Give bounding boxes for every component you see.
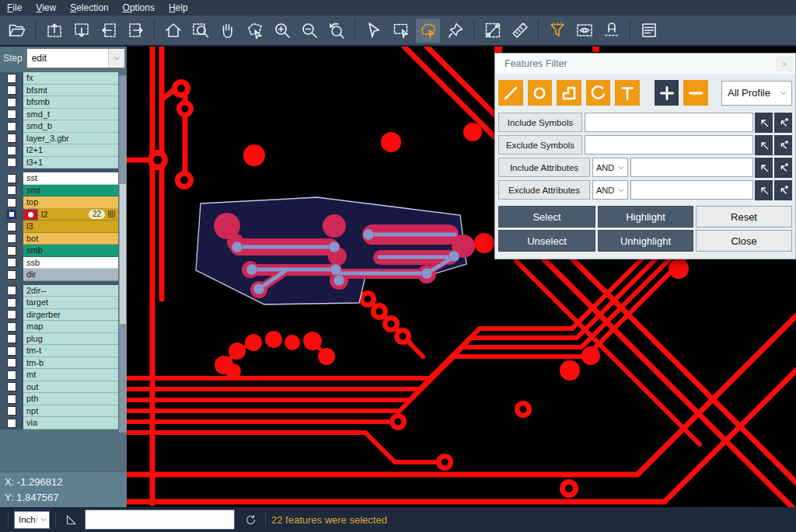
layer-checkbox[interactable]: [7, 395, 16, 404]
open-folder-button[interactable]: [5, 19, 29, 43]
profile-select[interactable]: All Profile: [721, 81, 792, 106]
layer-row-dirgerber[interactable]: dirgerber: [0, 309, 127, 322]
measure-ruler-button[interactable]: [508, 19, 532, 43]
add-from-graphic-button[interactable]: [774, 113, 792, 133]
step-select[interactable]: edit: [26, 48, 125, 68]
exclude-attributes-field[interactable]: [630, 180, 753, 200]
layer-name-bar[interactable]: pth: [23, 393, 118, 405]
layer-name-bar[interactable]: via: [23, 417, 118, 429]
layer-name-bar[interactable]: out: [23, 381, 118, 394]
layer-name-bar[interactable]: bfsmt: [23, 85, 118, 97]
include-symbols-field[interactable]: [585, 113, 753, 132]
layer-row-mt[interactable]: mt: [0, 369, 127, 381]
layer-name-bar[interactable]: map: [23, 321, 118, 333]
highlight-button[interactable]: Highlight: [598, 206, 693, 228]
layer-row-l3[interactable]: l3: [0, 221, 127, 233]
close-button[interactable]: Close: [696, 230, 792, 252]
line-feature-button[interactable]: [498, 80, 523, 106]
pan-hand-button[interactable]: [215, 19, 239, 43]
layer-row-smt[interactable]: smt: [0, 185, 127, 197]
exclude-symbols-label-button[interactable]: Exclude Symbols: [498, 135, 582, 155]
layer-checkbox[interactable]: [7, 246, 16, 256]
unhighlight-button[interactable]: Unhighlight: [598, 230, 693, 252]
layer-name-bar[interactable]: smt: [23, 185, 118, 197]
layer-checkbox[interactable]: [7, 146, 16, 155]
layer-row-ssb[interactable]: ssb: [0, 257, 127, 269]
zoom-window-button[interactable]: [188, 19, 212, 43]
layer-row-top[interactable]: top: [0, 196, 127, 209]
layer-checkbox[interactable]: [7, 122, 16, 131]
layer-name-bar[interactable]: tm-t: [23, 345, 118, 357]
layer-checkbox[interactable]: [7, 234, 16, 243]
layer-checkbox[interactable]: [7, 222, 16, 231]
include-symbols-label-button[interactable]: Include Symbols: [498, 113, 582, 132]
pan-left-button[interactable]: [96, 19, 120, 43]
select-from-graphic-button[interactable]: [755, 180, 773, 200]
pan-right-button[interactable]: [124, 19, 148, 43]
refresh-button[interactable]: [241, 510, 260, 529]
features-filter-button[interactable]: [545, 19, 569, 43]
select-rectangle-button[interactable]: [389, 19, 413, 43]
snap-mode-button[interactable]: [599, 19, 623, 43]
angle-measure-button[interactable]: [61, 510, 80, 529]
layer-row-dir[interactable]: dir: [0, 269, 127, 281]
select-from-graphic-button[interactable]: [755, 113, 773, 133]
exclude-attributes-operator-select[interactable]: AND: [592, 180, 628, 200]
layer-name-bar[interactable]: l222: [38, 209, 118, 221]
dialog-title-bar[interactable]: Features Filter: [495, 54, 795, 74]
layer-checkbox[interactable]: [7, 419, 16, 428]
layer-row-smd_t[interactable]: smd_t: [0, 109, 127, 121]
layer-name-bar[interactable]: npt: [23, 405, 118, 418]
text-feature-button[interactable]: [615, 80, 640, 106]
exclude-symbols-field[interactable]: [585, 135, 753, 155]
layer-name-bar[interactable]: sst: [23, 172, 118, 185]
units-select[interactable]: Inch: [14, 511, 50, 529]
layer-row-plug[interactable]: plug: [0, 333, 127, 346]
layer-checkbox[interactable]: [7, 298, 16, 308]
layer-name-bar[interactable]: ssb: [23, 257, 118, 269]
pad-feature-button[interactable]: [528, 80, 553, 106]
layer-row-l2[interactable]: l222: [0, 209, 127, 221]
layers-panel-button[interactable]: [637, 19, 661, 43]
include-attributes-operator-select[interactable]: AND: [592, 158, 628, 177]
layer-name-bar[interactable]: smd_t: [23, 109, 118, 121]
layer-checkbox[interactable]: [7, 286, 16, 295]
show-features-button[interactable]: [572, 19, 596, 43]
layer-name-bar[interactable]: mt: [23, 369, 118, 381]
layer-name-bar[interactable]: target: [23, 297, 118, 309]
layer-name-bar[interactable]: l2+1: [23, 144, 118, 157]
layer-checkbox[interactable]: [7, 198, 16, 207]
zoom-out-button[interactable]: [297, 19, 321, 43]
layer-checkbox[interactable]: [7, 134, 16, 143]
menu-item-file[interactable]: File: [0, 0, 29, 16]
layer-checkbox[interactable]: [7, 186, 16, 195]
layer-checkbox[interactable]: [7, 110, 16, 119]
layer-name-bar[interactable]: smd_b: [23, 120, 118, 133]
exclude-attributes-label-button[interactable]: Exclude Attributes: [498, 180, 590, 200]
layer-checkbox[interactable]: [7, 346, 16, 356]
include-attributes-field[interactable]: [630, 158, 753, 177]
layer-row-tm-b[interactable]: tm-b: [0, 357, 127, 370]
layer-row-fx[interactable]: fx: [0, 72, 127, 85]
layer-name-bar[interactable]: plug: [23, 333, 118, 346]
layer-checkbox[interactable]: [7, 382, 16, 391]
select-polygon-button[interactable]: [416, 19, 440, 43]
layer-list-scrollbar[interactable]: [119, 75, 127, 433]
layer-name-bar[interactable]: tm-b: [23, 357, 118, 370]
zoom-previous-button[interactable]: [324, 19, 348, 43]
layer-checkbox[interactable]: [7, 370, 16, 380]
layer-row-layer_3.gbr[interactable]: layer_3.gbr: [0, 133, 127, 145]
add-filter-button[interactable]: [655, 80, 679, 106]
layer-name-bar[interactable]: dirgerber: [23, 309, 118, 322]
layer-row-out[interactable]: out: [0, 381, 127, 394]
layer-name-bar[interactable]: l3: [23, 221, 118, 233]
zoom-in-button[interactable]: [270, 19, 294, 43]
remove-filter-button[interactable]: [683, 80, 708, 106]
layer-name-bar[interactable]: l3+1: [23, 157, 118, 169]
layer-checkbox[interactable]: [7, 406, 16, 416]
select-from-graphic-button[interactable]: [755, 135, 773, 155]
layer-name-bar[interactable]: top: [23, 196, 118, 209]
add-from-graphic-button[interactable]: [774, 180, 792, 200]
pan-up-button[interactable]: [42, 19, 66, 43]
layer-row-sst[interactable]: sst: [0, 172, 127, 185]
